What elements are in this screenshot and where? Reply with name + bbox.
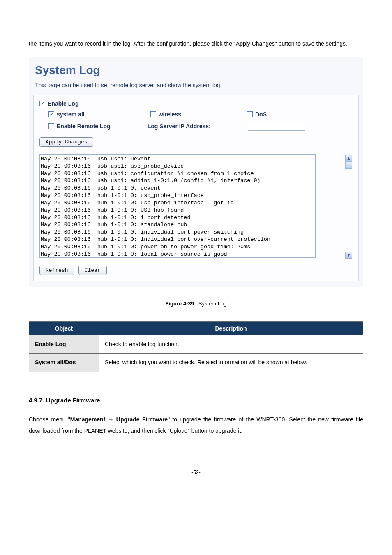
para-arrow: →	[105, 416, 116, 423]
para-bold: Upgrade Firmware	[116, 416, 168, 423]
enable-log-label: Enable Log	[48, 100, 78, 107]
apply-changes-button[interactable]: Apply Changes	[39, 137, 93, 147]
scroll-down-icon[interactable]: ▼	[345, 252, 352, 259]
wireless-label: wireless	[159, 111, 181, 118]
enable-log-checkbox[interactable]: Enable Log	[39, 100, 78, 107]
system-all-checkbox[interactable]: system all	[48, 111, 85, 118]
dos-checkbox[interactable]: DoS	[247, 111, 267, 118]
log-server-ip-input[interactable]	[248, 122, 305, 131]
page-number: -52-	[29, 469, 363, 475]
table-cell-object: Enable Log	[29, 335, 99, 354]
checkbox-icon	[39, 101, 45, 106]
table-cell-description: Check to enable log function.	[99, 335, 363, 354]
log-form: Enable Log system all wireless DoS	[33, 95, 359, 281]
checkbox-icon	[48, 111, 54, 117]
intro-paragraph: the items you want to record it in the l…	[29, 38, 363, 49]
refresh-button[interactable]: Refresh	[39, 266, 74, 275]
table-header-description: Description	[99, 321, 363, 335]
figure-caption: Figure 4-39 System Log	[29, 301, 363, 307]
log-server-ip-label: Log Server IP Address:	[148, 123, 211, 130]
section-paragraph: Choose menu "Management → Upgrade Firmwa…	[29, 414, 363, 437]
log-textarea[interactable]	[39, 154, 316, 258]
section-heading: 4.9.7. Upgrade Firmware	[29, 397, 363, 404]
scroll-up-icon[interactable]: ▲	[345, 155, 352, 162]
table-cell-object: System all/Dos	[29, 353, 99, 372]
panel-description: This page can be used to set remote log …	[35, 82, 359, 88]
scroll-thumb[interactable]	[345, 162, 352, 169]
enable-remote-log-label: Enable Remote Log	[57, 123, 111, 130]
enable-remote-log-checkbox[interactable]: Enable Remote Log	[48, 123, 111, 130]
description-table: Object Description Enable Log Check to e…	[29, 321, 363, 372]
panel-title: System Log	[35, 64, 359, 77]
checkbox-icon	[247, 111, 253, 117]
checkbox-icon	[48, 123, 54, 129]
wireless-checkbox[interactable]: wireless	[150, 111, 181, 118]
log-output-wrap: ▲ ▼	[39, 154, 353, 259]
dos-label: DoS	[255, 111, 267, 118]
table-row: System all/Dos Select which log you want…	[29, 353, 363, 372]
table-cell-description: Select which log you want to check. Rela…	[99, 353, 363, 372]
para-text: Choose menu "	[29, 416, 70, 423]
table-row: Enable Log Check to enable log function.	[29, 335, 363, 354]
checkbox-icon	[150, 111, 156, 117]
system-all-label: system all	[57, 111, 85, 118]
clear-button[interactable]: Clear	[78, 266, 107, 275]
para-bold: Management	[70, 416, 106, 423]
figure-text: System Log	[198, 301, 227, 307]
table-header-object: Object	[29, 321, 99, 335]
system-log-panel: System Log This page can be used to set …	[29, 57, 363, 287]
top-rule	[29, 25, 363, 25]
figure-label: Figure 4-39	[166, 301, 194, 307]
